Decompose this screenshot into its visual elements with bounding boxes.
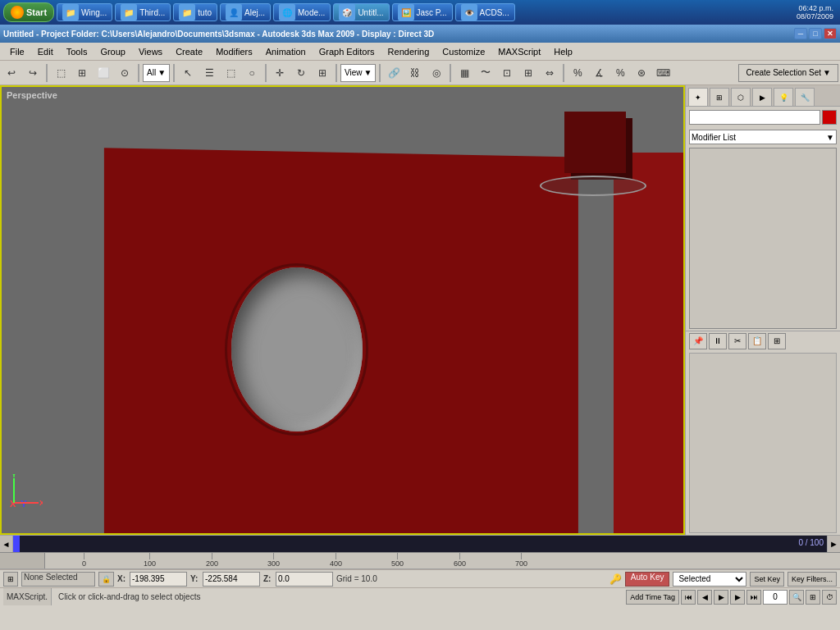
- menu-views[interactable]: Views: [132, 45, 169, 58]
- filter-dropdown[interactable]: All ▼: [143, 64, 170, 82]
- key-filters-button[interactable]: Key Filters...: [788, 572, 837, 587]
- current-frame-input[interactable]: [763, 590, 788, 605]
- toolbar: ↩ ↪ ⬚ ⊞ ⬜ ⊙ All ▼ ↖ ☰ ⬚ ○ ✛ ↻ ⊞ View ▼ 🔗…: [0, 61, 840, 85]
- taskbar-mode[interactable]: 🌐 Mode...: [273, 3, 331, 21]
- create-selection-button[interactable]: Create Selection Set ▼: [738, 64, 838, 82]
- undo-button[interactable]: ↩: [2, 63, 21, 83]
- minimize-button[interactable]: ─: [794, 28, 807, 39]
- select-name-button[interactable]: ⊞: [72, 63, 92, 83]
- taskbar-alej[interactable]: 👤 Alej...: [220, 3, 271, 21]
- close-button[interactable]: ✕: [824, 28, 837, 39]
- array-button[interactable]: ⊞: [518, 63, 538, 83]
- menu-tools[interactable]: Tools: [60, 45, 94, 58]
- menu-maxscript[interactable]: MAXScript: [491, 45, 547, 58]
- curves-button[interactable]: 〜: [476, 63, 495, 83]
- viewport[interactable]: Perspective X Y: [0, 85, 685, 535]
- set-key-button[interactable]: Set Key: [750, 572, 784, 587]
- select-pointer-button[interactable]: ↖: [178, 63, 198, 83]
- timeline-left-arrow[interactable]: ◄: [0, 536, 13, 552]
- toggle-button[interactable]: ⊞: [768, 333, 786, 349]
- tab-display[interactable]: 💡: [774, 88, 793, 106]
- maxscript-label[interactable]: MAXScript.: [3, 588, 52, 605]
- modifier-list-dropdown[interactable]: Modifier List ▼: [689, 130, 837, 144]
- view-dropdown[interactable]: View ▼: [340, 64, 376, 82]
- cut-button[interactable]: ✂: [728, 333, 746, 349]
- prev-frame-button[interactable]: ◀: [697, 590, 712, 605]
- transform-mode-button[interactable]: ⊞: [3, 572, 18, 587]
- lasso-button[interactable]: ⊙: [115, 63, 135, 83]
- right-action-row: 📌 ⏸ ✂ 📋 ⊞: [686, 331, 840, 351]
- rotate-button[interactable]: ↻: [291, 63, 311, 83]
- go-end-button[interactable]: ⏭: [746, 590, 761, 605]
- spinner-button[interactable]: ⊛: [632, 63, 651, 83]
- statusbar: ⊞ None Selected 🔒 X: Y: Z: Grid = 10.0 🔑…: [0, 569, 840, 587]
- taskbar-jasc[interactable]: 🖼️ Jasc P...: [392, 3, 453, 21]
- taskbar-acds[interactable]: 👁️ ACDS...: [455, 3, 515, 21]
- pin-button[interactable]: 📌: [689, 333, 707, 349]
- paste-button[interactable]: 📋: [748, 333, 766, 349]
- selected-dropdown[interactable]: Selected: [673, 572, 746, 587]
- circle-select-button[interactable]: ○: [242, 63, 262, 83]
- viewport-label: Perspective: [7, 90, 57, 100]
- time-config-button[interactable]: ⏱: [822, 590, 837, 605]
- scale-button[interactable]: ⊞: [313, 63, 332, 83]
- maximize-button[interactable]: □: [809, 28, 822, 39]
- taskbar-tuto[interactable]: 📁 tuto: [173, 3, 217, 21]
- lock-button[interactable]: 🔒: [98, 572, 114, 587]
- tab-create[interactable]: ✦: [688, 88, 708, 106]
- layers-button[interactable]: ▦: [454, 63, 474, 83]
- link-button[interactable]: 🔗: [384, 63, 404, 83]
- menu-help[interactable]: Help: [547, 45, 579, 58]
- menu-graph-editors[interactable]: Graph Editors: [313, 45, 381, 58]
- right-search-input[interactable]: [689, 110, 820, 125]
- select-region-button[interactable]: ⬜: [94, 63, 113, 83]
- tab-hierarchy[interactable]: ⬡: [731, 88, 751, 106]
- move-button[interactable]: ✛: [270, 63, 290, 83]
- next-frame-button[interactable]: ▶: [730, 590, 745, 605]
- timeline-right-arrow[interactable]: ►: [827, 536, 840, 552]
- tab-motion[interactable]: ▶: [752, 88, 772, 106]
- rect-select-button[interactable]: ⬚: [221, 63, 240, 83]
- x-coord-input[interactable]: [130, 572, 187, 587]
- right-search-row: [686, 107, 840, 128]
- keyboard-button[interactable]: ⌨: [653, 63, 673, 83]
- menu-group[interactable]: Group: [94, 45, 132, 58]
- menu-customize[interactable]: Customize: [436, 45, 491, 58]
- menu-animation[interactable]: Animation: [259, 45, 313, 58]
- hint-text: Click or click-and-drag to select object…: [52, 592, 207, 601]
- select-button[interactable]: ⬚: [51, 63, 71, 83]
- snap-button[interactable]: %: [568, 63, 587, 83]
- z-coord-input[interactable]: [276, 572, 333, 587]
- add-time-tag-button[interactable]: Add Time Tag: [626, 590, 679, 605]
- taskbar-wing[interactable]: 📁 Wing...: [57, 3, 112, 21]
- bind-button[interactable]: ◎: [427, 63, 446, 83]
- menu-create[interactable]: Create: [169, 45, 209, 58]
- go-start-button[interactable]: ⏮: [681, 590, 696, 605]
- start-label: Start: [26, 7, 47, 17]
- tab-modify[interactable]: ⊞: [710, 88, 729, 106]
- timeline-frame-display: 0 / 100: [798, 538, 824, 547]
- select-by-name-button[interactable]: ☰: [199, 63, 219, 83]
- tab-utilities[interactable]: 🔧: [795, 88, 815, 106]
- timeline-track[interactable]: 0 / 100: [13, 536, 827, 552]
- pause-button[interactable]: ⏸: [709, 333, 727, 349]
- menu-rendering[interactable]: Rendering: [381, 45, 436, 58]
- unlink-button[interactable]: ⛓: [405, 63, 425, 83]
- taskbar-untitl[interactable]: 🎲 Untitl...: [333, 3, 389, 21]
- auto-key-button[interactable]: Auto Key: [625, 572, 670, 587]
- mirror-button[interactable]: ⇔: [540, 63, 559, 83]
- start-button[interactable]: Start: [3, 2, 54, 22]
- zoom-time-button[interactable]: 🔍: [789, 590, 804, 605]
- taskbar-third[interactable]: 📁 Third...: [115, 3, 171, 21]
- angle-snap-button[interactable]: ∡: [589, 63, 609, 83]
- percent-snap-button[interactable]: %: [610, 63, 630, 83]
- menu-edit[interactable]: Edit: [31, 45, 60, 58]
- y-coord-input[interactable]: [203, 572, 260, 587]
- color-swatch[interactable]: [822, 110, 837, 125]
- menu-modifiers[interactable]: Modifiers: [209, 45, 259, 58]
- align-button[interactable]: ⊡: [497, 63, 517, 83]
- region-button[interactable]: ⊞: [806, 590, 820, 605]
- redo-button[interactable]: ↪: [23, 63, 43, 83]
- menu-file[interactable]: File: [3, 45, 31, 58]
- play-button[interactable]: ▶: [714, 590, 728, 605]
